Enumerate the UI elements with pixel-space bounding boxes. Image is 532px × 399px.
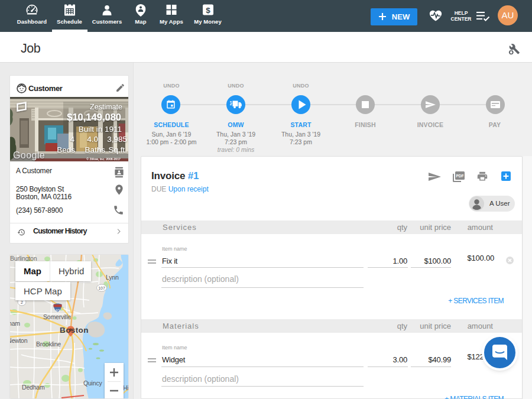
svg-text:Brookline: Brookline [36, 340, 61, 348]
svg-text:PDF: PDF [456, 174, 464, 178]
svg-text:$: $ [206, 6, 210, 15]
svg-text:Zestimate: Zestimate [90, 103, 122, 111]
svg-text:2: 2 [21, 300, 23, 304]
svg-text:Newton: Newton [9, 337, 28, 344]
svg-text:4.0: 4.0 [87, 135, 98, 144]
svg-text:Built in 1911: Built in 1911 [79, 125, 122, 134]
svg-text:Baths: Baths [85, 145, 105, 154]
svg-text:Hi: Hi [123, 384, 129, 391]
svg-text:Beds: Beds [57, 145, 75, 154]
svg-text:Dedham: Dedham [22, 384, 45, 391]
svg-text:3,985: 3,985 [107, 135, 127, 144]
svg-text:Sq.ft.: Sq.ft. [108, 145, 127, 154]
svg-text:Quincy: Quincy [83, 379, 102, 387]
svg-text:Boston: Boston [60, 326, 89, 335]
svg-text:Google: Google [13, 150, 45, 160]
svg-text:4: 4 [70, 135, 74, 144]
svg-text:Somerville: Somerville [43, 313, 71, 320]
svg-text:ham: ham [9, 320, 20, 327]
svg-text:© Zillow, Inc. 2006-2017: © Zillow, Inc. 2006-2017 [86, 157, 121, 161]
svg-text:93: 93 [56, 309, 60, 313]
svg-text:$10,149,080: $10,149,080 [67, 112, 121, 122]
svg-text:Lynn: Lynn [106, 274, 119, 281]
svg-text:107: 107 [98, 286, 105, 290]
